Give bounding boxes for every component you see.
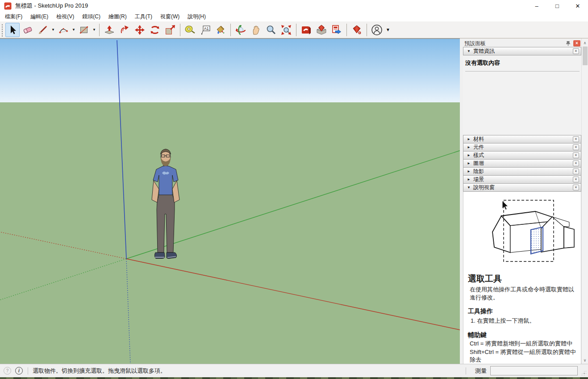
zoom-tool-button[interactable] [264, 23, 278, 37]
extension-warehouse-button[interactable] [314, 23, 329, 37]
push-pull-icon [104, 24, 115, 36]
section-styles[interactable]: ► 樣式 × [463, 151, 581, 160]
status-message: 選取物件。切換到擴充選取。拖曳滑鼠以選取多項。 [33, 367, 166, 375]
menu-edit[interactable]: 編輯(E) [26, 12, 52, 22]
info-icon[interactable]: i [15, 367, 23, 375]
instructor-heading: 選取工具 [468, 273, 577, 285]
scroll-up-icon[interactable]: ∧ [582, 40, 588, 46]
menu-camera[interactable]: 鏡頭(C) [78, 12, 104, 22]
pan-tool-button[interactable] [249, 23, 263, 37]
components-close-button[interactable]: × [573, 144, 579, 150]
section-materials[interactable]: ► 材料 × [463, 135, 581, 143]
text-tool-button[interactable]: A1 [198, 23, 213, 37]
send-to-layout-button[interactable] [329, 23, 344, 37]
materials-label: 材料 [473, 135, 484, 143]
arc-tool-button[interactable] [56, 23, 71, 37]
modifier-line-ctrl: Ctrl = 將實體新增到一組所選取的實體中 [470, 340, 577, 348]
collapsed-triangle-icon: ► [467, 177, 471, 181]
3d-warehouse-button[interactable] [299, 23, 313, 37]
follow-me-tool-button[interactable] [117, 23, 132, 37]
paint-bucket-tool-button[interactable] [213, 23, 228, 37]
styles-label: 樣式 [473, 152, 484, 159]
scale-tool-button[interactable] [163, 23, 177, 37]
entity-info-close-button[interactable]: × [573, 48, 579, 54]
arc-icon [58, 25, 69, 35]
rotate-tool-button[interactable] [148, 23, 162, 37]
panel-scrollbar[interactable]: ∧ ∨ [581, 38, 588, 364]
rectangle-tool-dropdown[interactable]: ▼ [92, 23, 97, 37]
extension-manager-gem-icon [351, 24, 363, 36]
select-cursor-icon [7, 25, 18, 35]
section-layers[interactable]: ► 圖層 × [463, 159, 581, 168]
scenes-label: 場景 [473, 176, 484, 183]
section-components[interactable]: ► 元件 × [463, 143, 581, 152]
push-pull-tool-button[interactable] [102, 23, 117, 37]
tray-title-bar: 預設面板 × [463, 38, 581, 47]
select-tool-button[interactable] [5, 23, 20, 37]
section-instructor[interactable]: ▼ 說明視窗 × [463, 183, 581, 192]
tape-measure-icon [184, 24, 196, 36]
tape-measure-tool-button[interactable] [183, 23, 197, 37]
account-button[interactable] [370, 23, 384, 37]
toolbar-separator [346, 24, 347, 36]
instructor-description: 在使用其他操作工具或命令時選取實體以進行修改。 [470, 286, 577, 301]
title-bar: 無標題 - SketchUp Pro 2019 – □ ✕ [0, 0, 588, 12]
scroll-down-icon[interactable]: ∨ [582, 357, 588, 364]
sketchup-window: 無標題 - SketchUp Pro 2019 – □ ✕ 檔案(F) 編輯(E… [0, 0, 588, 379]
text-tool-sample: A1 [204, 26, 209, 30]
3d-warehouse-icon [300, 24, 312, 36]
section-shadows[interactable]: ► 陰影 × [463, 167, 581, 176]
menu-file[interactable]: 檔案(F) [1, 12, 26, 22]
toolbar-drag-handle[interactable] [1, 23, 4, 37]
menu-tools[interactable]: 工具(T) [131, 12, 156, 22]
toolbar-separator [99, 24, 100, 36]
toolbar-separator [367, 24, 367, 36]
pin-icon[interactable] [564, 40, 571, 47]
styles-close-button[interactable]: × [573, 152, 579, 158]
rectangle-icon [79, 25, 89, 35]
help-icon[interactable]: ? [4, 367, 11, 375]
menu-window[interactable]: 視窗(W) [156, 12, 183, 22]
measurements-input[interactable] [490, 366, 578, 375]
selected-face [531, 227, 543, 254]
section-entity-info[interactable]: ▼ 實體資訊 × [463, 47, 581, 55]
line-tool-dropdown[interactable]: ▼ [50, 23, 56, 37]
collapsed-triangle-icon: ► [467, 137, 471, 141]
layers-label: 圖層 [473, 160, 484, 167]
select-tool-illustration [468, 195, 577, 270]
scrollbar-thumb[interactable] [583, 46, 588, 65]
resize-grip[interactable] [580, 370, 586, 375]
layers-close-button[interactable]: × [573, 160, 579, 166]
tray-close-button[interactable]: × [573, 40, 580, 46]
desktop-wallpaper-sliver [0, 377, 588, 379]
account-dropdown[interactable]: ▼ [384, 23, 392, 37]
eraser-tool-button[interactable] [21, 23, 35, 37]
sketchup-logo-icon [4, 2, 12, 10]
move-tool-button[interactable] [133, 23, 147, 37]
zoom-extents-tool-button[interactable] [279, 23, 293, 37]
line-tool-button[interactable] [36, 23, 50, 37]
toolbar-separator [296, 24, 296, 36]
section-scenes[interactable]: ► 場景 × [463, 175, 581, 184]
scenes-close-button[interactable]: × [573, 177, 579, 182]
extension-manager-button[interactable] [350, 23, 364, 37]
expanded-triangle-icon: ▼ [467, 49, 471, 53]
model-viewport[interactable] [0, 38, 460, 364]
cursor-arrow-icon [502, 201, 508, 210]
tray-title: 預設面板 [464, 40, 486, 47]
menu-view[interactable]: 檢視(V) [52, 12, 78, 22]
menu-draw[interactable]: 繪圖(R) [104, 12, 131, 22]
rectangle-tool-button[interactable] [77, 23, 91, 37]
instructor-close-button[interactable]: × [573, 185, 579, 190]
expanded-triangle-icon: ▼ [467, 185, 471, 190]
components-label: 元件 [473, 143, 484, 151]
operation-step: 1. 在實體上按一下滑鼠。 [471, 317, 577, 325]
minimize-button[interactable]: – [526, 0, 547, 12]
shadows-close-button[interactable]: × [573, 168, 579, 174]
maximize-button[interactable]: □ [547, 0, 567, 12]
menu-help[interactable]: 說明(H) [183, 12, 210, 22]
orbit-tool-button[interactable] [234, 23, 248, 37]
materials-close-button[interactable]: × [573, 136, 579, 142]
close-button[interactable]: ✕ [567, 0, 588, 12]
arc-tool-dropdown[interactable]: ▼ [71, 23, 76, 37]
